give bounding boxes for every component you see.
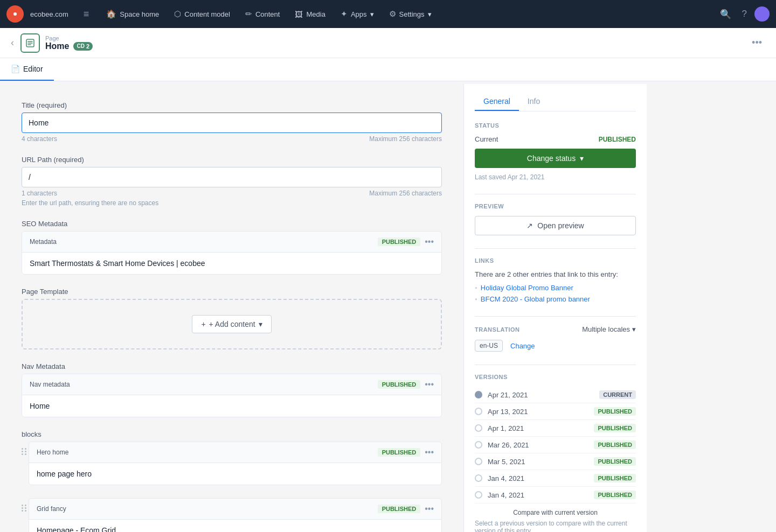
block-type-0: Hero home — [37, 449, 378, 456]
title-hints: 4 characters Maximum 256 characters — [22, 135, 442, 143]
svg-point-1 — [13, 12, 17, 16]
translation-chevron-icon: ▾ — [632, 325, 636, 333]
links-section-title: LINKS — [475, 257, 636, 264]
block-drag-handle-0[interactable] — [22, 442, 26, 455]
version-radio-1 — [475, 408, 482, 415]
translation-locale-value: Multiple locales ▾ — [582, 325, 636, 333]
url-note: Enter the url path, ensuring there are n… — [22, 199, 442, 207]
nav-item-content[interactable]: ✏ Content — [239, 6, 287, 22]
seo-label: SEO Metadata — [22, 220, 442, 228]
divider-4 — [475, 365, 636, 365]
more-options-icon[interactable]: ••• — [749, 34, 765, 52]
seo-published-badge: PUBLISHED — [378, 237, 421, 246]
nav-card-type: Nav metadata — [30, 381, 378, 388]
status-section: STATUS Current PUBLISHED Change status ▾… — [475, 122, 636, 181]
divider-1 — [475, 194, 636, 194]
versions-section-title: VERSIONS — [475, 374, 636, 380]
url-path-input[interactable] — [22, 167, 442, 187]
nav-item-apps[interactable]: ✦ Apps ▾ — [334, 6, 380, 22]
content-icon: ✏ — [245, 9, 252, 19]
compare-link[interactable]: Compare with current version — [475, 509, 636, 516]
brand-name: ecobee.com — [30, 10, 68, 18]
search-icon[interactable]: 🔍 — [717, 5, 735, 23]
nav-card-header: Nav metadata PUBLISHED ••• — [22, 374, 441, 395]
block-row-0: Hero home PUBLISHED ••• home page hero — [22, 442, 442, 492]
entry-type-icon — [20, 33, 40, 53]
page-template-drop-area: + + Add content ▾ — [22, 299, 442, 349]
version-radio-0 — [475, 391, 482, 398]
seo-card-body[interactable]: Smart Thermostats & Smart Home Devices |… — [22, 253, 441, 274]
external-link-icon: ↗ — [526, 221, 533, 230]
apps-icon: ✦ — [341, 9, 348, 19]
last-saved: Last saved Apr 21, 2021 — [475, 173, 636, 181]
title-field-group: Title (required) 4 characters Maximum 25… — [22, 101, 442, 143]
version-date-3: Mar 26, 2021 — [488, 441, 594, 449]
url-path-field-group: URL Path (required) 1 characters Maximum… — [22, 156, 442, 207]
tab-bar: 📄 Editor — [0, 58, 776, 81]
url-hints: 1 characters Maximum 256 characters — [22, 190, 442, 197]
tab-info[interactable]: Info — [519, 93, 549, 111]
block-row-1: Grid fancy PUBLISHED ••• Homepage - Ecom… — [22, 498, 442, 532]
nav-metadata-field-group: Nav Metadata Nav metadata PUBLISHED ••• … — [22, 362, 442, 417]
version-row-0[interactable]: Apr 21, 2021 CURRENT — [475, 387, 636, 403]
preview-section-title: PREVIEW — [475, 203, 636, 209]
change-locale-button[interactable]: Change — [510, 342, 535, 350]
nav-more-icon[interactable]: ••• — [425, 380, 434, 389]
version-row-1[interactable]: Apr 13, 2021 PUBLISHED — [475, 403, 636, 420]
block-body-0[interactable]: home page hero — [29, 463, 441, 485]
title-input[interactable] — [22, 113, 442, 133]
content-area: Title (required) 4 characters Maximum 25… — [0, 84, 463, 532]
version-badge-2: PUBLISHED — [594, 424, 636, 432]
links-description: There are 2 other entries that link to t… — [475, 270, 636, 278]
version-row-6[interactable]: Jan 4, 2021 PUBLISHED — [475, 487, 636, 503]
sub-header: ‹ Page Home CD 2 ••• — [0, 28, 776, 58]
status-row: Current PUBLISHED — [475, 135, 636, 143]
nav-item-space-home[interactable]: 🏠 Space home — [100, 6, 165, 22]
divider-3 — [475, 316, 636, 317]
nav-ref-card: Nav metadata PUBLISHED ••• Home — [22, 374, 442, 417]
seo-more-icon[interactable]: ••• — [425, 237, 434, 247]
version-badge-6: PUBLISHED — [594, 491, 636, 499]
link-anchor-1[interactable]: BFCM 2020 - Global promo banner — [481, 295, 590, 303]
seo-card-header: Metadata PUBLISHED ••• — [22, 232, 441, 253]
app-logo[interactable] — [6, 5, 24, 23]
link-anchor-0[interactable]: Holiday Global Promo Banner — [481, 284, 573, 292]
hamburger-icon[interactable]: ≡ — [79, 5, 94, 23]
block-drag-handle-1[interactable] — [22, 498, 26, 512]
nav-card-body[interactable]: Home — [22, 395, 441, 417]
block-body-1[interactable]: Homepage - Ecom Grid — [29, 520, 441, 532]
back-button[interactable]: ‹ — [11, 37, 14, 48]
locale-badge: en-US — [475, 340, 503, 352]
help-icon[interactable]: ? — [739, 5, 750, 23]
blocks-list: Hero home PUBLISHED ••• home page hero — [22, 442, 442, 532]
version-row-4[interactable]: Mar 5, 2021 PUBLISHED — [475, 453, 636, 470]
block-more-0[interactable]: ••• — [425, 447, 434, 457]
tab-editor[interactable]: 📄 Editor — [0, 58, 54, 81]
nav-item-media[interactable]: 🖼 Media — [288, 6, 331, 22]
user-avatar[interactable] — [754, 6, 770, 22]
entry-title-block: Page Home CD 2 — [45, 35, 93, 51]
version-date-1: Apr 13, 2021 — [488, 408, 594, 416]
version-row-3[interactable]: Mar 26, 2021 PUBLISHED — [475, 437, 636, 453]
block-more-1[interactable]: ••• — [425, 504, 434, 514]
add-content-button[interactable]: + + Add content ▾ — [192, 315, 271, 333]
current-label: Current — [475, 135, 498, 143]
links-list: Holiday Global Promo Banner BFCM 2020 - … — [475, 284, 636, 303]
version-date-4: Mar 5, 2021 — [488, 458, 594, 466]
tab-general[interactable]: General — [475, 93, 519, 111]
nav-item-settings[interactable]: ⚙ Settings ▾ — [383, 6, 438, 22]
version-badge-5: PUBLISHED — [594, 474, 636, 482]
change-status-button[interactable]: Change status ▾ — [475, 149, 636, 168]
add-content-chevron-icon: ▾ — [259, 320, 262, 328]
entry-type-label: Page — [45, 35, 93, 41]
block-type-1: Grid fancy — [37, 505, 378, 513]
open-preview-button[interactable]: ↗ Open preview — [475, 216, 636, 235]
version-badge-1: PUBLISHED — [594, 407, 636, 416]
version-row-2[interactable]: Apr 1, 2021 PUBLISHED — [475, 420, 636, 437]
content-model-icon: ⬡ — [174, 9, 181, 19]
version-date-6: Jan 4, 2021 — [488, 491, 594, 499]
badge-cd-icon: CD — [77, 43, 84, 49]
version-row-5[interactable]: Jan 4, 2021 PUBLISHED — [475, 470, 636, 487]
nav-metadata-label: Nav Metadata — [22, 362, 442, 370]
nav-item-content-model[interactable]: ⬡ Content model — [168, 6, 237, 22]
